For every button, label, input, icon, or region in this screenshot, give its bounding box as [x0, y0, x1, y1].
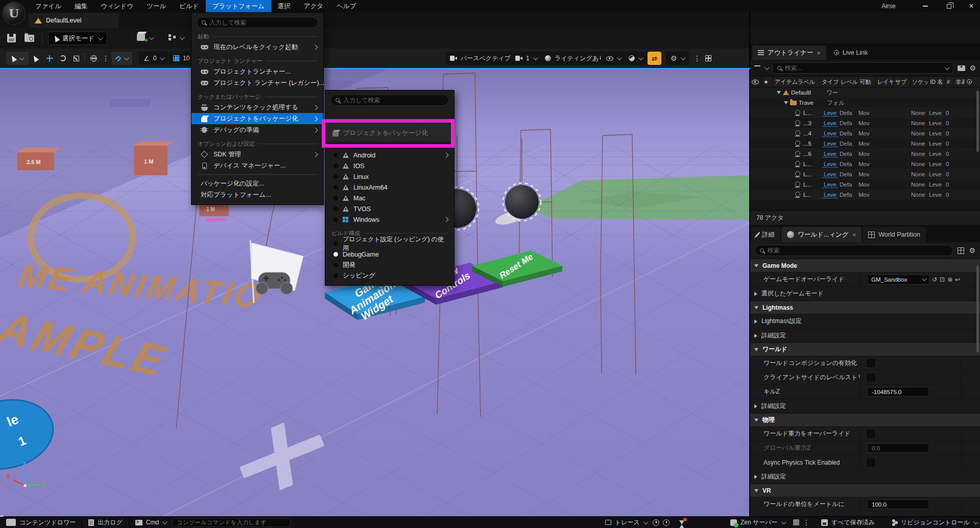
- tab-world-settings[interactable]: ワールド...ィング: [781, 227, 862, 242]
- close-tab-icon[interactable]: [852, 231, 856, 239]
- outliner-row-actor[interactable]: L... Leve Defa Mov None Leve 0: [750, 190, 980, 200]
- column-header-level[interactable]: レベル: [839, 77, 857, 87]
- tab-details[interactable]: 詳細: [751, 227, 780, 242]
- submenu-item-package-project-disabled[interactable]: プロジェクトをパッケージ化: [325, 124, 454, 142]
- submenu-platform-android[interactable]: Android: [325, 150, 454, 160]
- menu-item-project-launcher-legacy[interactable]: プロジェクト ランチャー (レガシー)...: [192, 77, 323, 88]
- menu-item-sdk-management[interactable]: SDK 管理: [192, 149, 323, 160]
- global-gravity-input[interactable]: 0.0: [867, 443, 929, 453]
- blueprints-icon[interactable]: [169, 34, 176, 40]
- cmd-dropdown[interactable]: Cmd: [129, 517, 172, 528]
- row-physics-advanced[interactable]: 詳細設定: [750, 469, 980, 484]
- outliner-row-actor[interactable]: ...6 Leve Defa Mov None Leve 0: [750, 149, 980, 159]
- output-log-button[interactable]: 出力ログ: [82, 517, 129, 528]
- display-options-icon[interactable]: [958, 247, 964, 254]
- menu-search-input[interactable]: 入力して検索: [197, 17, 318, 28]
- column-header-socket[interactable]: ソケッ: [910, 77, 928, 87]
- column-header-count[interactable]: #: [945, 77, 953, 87]
- submenu-platform-mac[interactable]: Mac: [325, 193, 454, 203]
- outliner-row-actor[interactable]: L... Leve Defa Mov None Leve 0: [750, 108, 980, 118]
- menu-help[interactable]: ヘルプ: [330, 0, 363, 12]
- submenu-platform-ios[interactable]: IOS: [325, 160, 454, 171]
- use-selected-icon[interactable]: ↺: [932, 276, 937, 283]
- select-mode-dropdown[interactable]: 選択モード: [48, 32, 107, 45]
- menu-item-cook-content[interactable]: コンテンツをクック処理する: [192, 102, 323, 113]
- gear-icon[interactable]: [969, 246, 975, 255]
- row-lightmass-settings[interactable]: Lightmass設定: [750, 314, 980, 328]
- scale-tool-button[interactable]: [69, 52, 83, 65]
- move-tool-button[interactable]: [43, 52, 56, 65]
- menu-actor[interactable]: アクタ: [297, 0, 330, 12]
- tab-live-link[interactable]: Live Link: [828, 45, 873, 60]
- submenu-platform-linux[interactable]: Linux: [325, 171, 454, 182]
- camera-speed-button[interactable]: [648, 52, 661, 65]
- menu-edit[interactable]: 編集: [68, 0, 94, 12]
- outliner-row-actor[interactable]: ...4 Leve Defa Mov None Leve 0: [750, 128, 980, 139]
- menu-window[interactable]: ウィンドウ: [94, 0, 140, 12]
- camera-dropdown[interactable]: 1: [511, 52, 541, 65]
- transform-tool-dropdown[interactable]: [6, 52, 29, 65]
- submenu-build-shipping[interactable]: シッピング: [325, 270, 454, 281]
- column-header-layer[interactable]: レイヤ: [875, 77, 893, 87]
- menu-tools[interactable]: ツール: [140, 0, 173, 12]
- column-header-label[interactable]: アイテムラベル: [773, 77, 820, 87]
- add-actor-icon[interactable]: [137, 34, 145, 41]
- menu-item-prepare-debug[interactable]: デバッグの準備: [192, 124, 323, 135]
- gamemode-override-dropdown[interactable]: GM_Sandbox: [867, 274, 929, 285]
- viewport-settings-dropdown[interactable]: [666, 52, 689, 65]
- minimize-button[interactable]: [917, 0, 934, 12]
- menu-select[interactable]: 選択: [271, 0, 297, 12]
- kill-z-input[interactable]: -1048575.0: [867, 387, 929, 397]
- zen-server-dropdown[interactable]: Zen サーバー: [730, 517, 785, 528]
- row-selected-gamemode[interactable]: 選択したゲームモード: [750, 286, 980, 301]
- maximize-viewport-button[interactable]: [702, 52, 715, 65]
- browse-icon[interactable]: ⊡: [940, 276, 945, 283]
- menu-build[interactable]: ビルド: [173, 0, 205, 12]
- close-button[interactable]: [963, 0, 980, 12]
- menu-item-supported-platforms[interactable]: 対応プラットフォーム...: [192, 189, 323, 200]
- rotate-tool-button[interactable]: [56, 52, 69, 65]
- section-game-mode[interactable]: Game Mode: [750, 259, 980, 272]
- insights-buttons[interactable]: [653, 517, 670, 528]
- column-header-mobility[interactable]: 可動: [857, 77, 875, 87]
- select-tool-button[interactable]: [29, 52, 42, 65]
- gear-icon[interactable]: [969, 64, 976, 72]
- expand-arrow-icon[interactable]: [777, 91, 781, 94]
- rotation-snap-dropdown[interactable]: [111, 52, 132, 65]
- column-header-type[interactable]: タイプ: [820, 77, 839, 87]
- filter-icon[interactable]: [754, 65, 760, 66]
- content-drawer-button[interactable]: コンテンツドロワー: [0, 517, 82, 528]
- trace-dropdown[interactable]: トレース: [605, 517, 647, 528]
- outliner-scrollbar[interactable]: [976, 90, 979, 152]
- section-world[interactable]: ワールド: [750, 342, 980, 356]
- details-search-input[interactable]: 検索: [755, 245, 953, 256]
- content-browser-icon[interactable]: [25, 35, 34, 42]
- revision-control-dropdown[interactable]: リビジョンコントロール: [891, 517, 977, 528]
- reset-icon[interactable]: ↩: [955, 276, 960, 283]
- tab-default-level[interactable]: DefaultLevel: [29, 13, 118, 28]
- outliner-row-world[interactable]: Defaultl ワー: [750, 87, 980, 98]
- outliner-search-input[interactable]: 検索...: [772, 62, 953, 74]
- submenu-search-input[interactable]: 入力して検索: [330, 95, 449, 106]
- restore-button[interactable]: [940, 0, 958, 12]
- add-folder-icon[interactable]: [958, 65, 965, 71]
- outliner-row-actor[interactable]: ...5 Leve Defa Mov None Leve 0: [750, 139, 980, 149]
- save-icon[interactable]: [7, 34, 16, 42]
- tab-outliner[interactable]: アウトライナー: [752, 45, 826, 60]
- submenu-build-use-project-settings[interactable]: プロジェクト設定 (シッピング) の使用: [325, 238, 454, 249]
- menu-item-package-project[interactable]: プロジェクトをパッケージ化: [192, 113, 323, 124]
- column-header-idname[interactable]: ID 名: [928, 77, 945, 87]
- unreal-logo[interactable]: U: [2, 2, 26, 25]
- section-lightmass[interactable]: Lightmass: [750, 301, 980, 314]
- pending-tasks-button[interactable]: [679, 517, 684, 528]
- console-command-input[interactable]: [172, 518, 291, 527]
- submenu-build-development[interactable]: 開発: [325, 260, 454, 270]
- submenu-platform-windows[interactable]: Windows: [325, 214, 454, 225]
- menu-item-packaging-settings[interactable]: パッケージ化の設定...: [192, 178, 323, 189]
- column-header-sub[interactable]: サブ: [893, 77, 910, 87]
- row-world-advanced[interactable]: 詳細設定: [750, 399, 980, 413]
- section-vr[interactable]: VR: [750, 484, 980, 497]
- tab-world-partition[interactable]: World Partition: [863, 227, 926, 242]
- view-effects-dropdown[interactable]: [624, 52, 647, 65]
- measure-wall-2-5m[interactable]: 2.5 M: [17, 148, 60, 170]
